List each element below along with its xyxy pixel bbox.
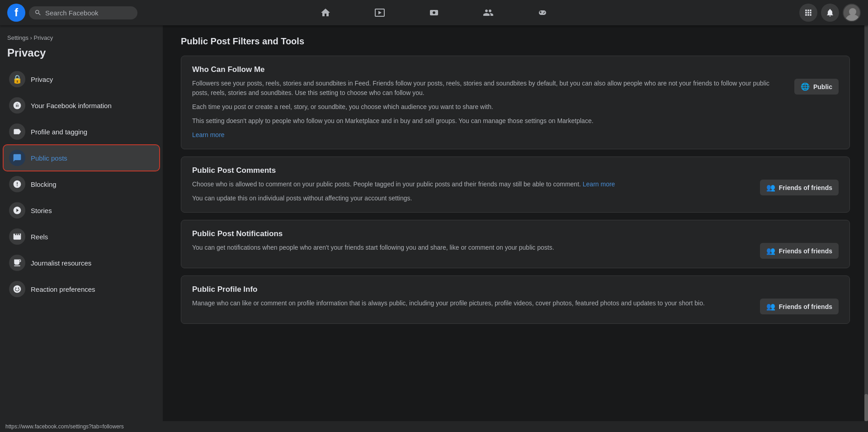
- public-posts-icon: [9, 150, 25, 166]
- globe-icon: 🌐: [801, 82, 810, 91]
- main-content: Public Post Filters and Tools Who Can Fo…: [163, 25, 868, 432]
- stories-icon: [9, 202, 25, 218]
- who-can-follow-text: Followers see your posts, reels, stories…: [192, 79, 783, 140]
- home-nav-button[interactable]: [300, 2, 351, 24]
- notifications-button[interactable]: [821, 4, 839, 22]
- public-post-comments-action-label: Friends of friends: [779, 184, 832, 191]
- home-icon: [320, 7, 331, 18]
- avatar-icon: [844, 5, 861, 22]
- scrollbar[interactable]: [864, 25, 868, 421]
- gaming-nav-button[interactable]: [517, 2, 568, 24]
- sidebar-item-journalist-resources[interactable]: Journalist resources: [4, 250, 159, 275]
- gaming-icon: [537, 7, 548, 18]
- facebook-logo[interactable]: f: [7, 4, 25, 22]
- breadcrumb-current: Privacy: [34, 34, 53, 41]
- sidebar-item-blocking[interactable]: Blocking: [4, 171, 159, 197]
- apps-button[interactable]: [799, 4, 817, 22]
- public-profile-info-action[interactable]: 👥 Friends of friends: [760, 299, 839, 314]
- lock-icon: 🔒: [9, 71, 25, 87]
- search-icon: [34, 9, 42, 16]
- sidebar-item-facebook-info[interactable]: Your Facebook information: [4, 93, 159, 118]
- sidebar-item-privacy-label: Privacy: [31, 76, 53, 83]
- tag-icon: [9, 123, 25, 140]
- sidebar-item-public-posts-label: Public posts: [31, 154, 67, 162]
- friends-icon: 👥: [766, 183, 775, 192]
- sidebar-item-profile-tagging-label: Profile and tagging: [31, 128, 87, 136]
- page-layout: Settings › Privacy Privacy 🔒 Privacy You…: [0, 25, 868, 432]
- reels-icon: [9, 228, 25, 245]
- profile-friends-icon: 👥: [766, 302, 775, 311]
- post-comments-learn-more[interactable]: Learn more: [583, 180, 615, 188]
- sidebar-item-stories-label: Stories: [31, 207, 52, 214]
- bell-icon: [826, 8, 835, 17]
- reaction-icon: [9, 281, 25, 297]
- svg-point-1: [849, 8, 856, 15]
- public-post-notifications-card: Public Post Notifications You can get no…: [181, 220, 850, 268]
- groups-icon: [483, 7, 494, 18]
- topnav-center: [161, 2, 707, 24]
- sidebar: Settings › Privacy Privacy 🔒 Privacy You…: [0, 25, 163, 432]
- avatar[interactable]: [843, 4, 861, 22]
- public-post-comments-action[interactable]: 👥 Friends of friends: [760, 180, 839, 195]
- video-icon: [374, 7, 385, 18]
- public-post-notifications-title: Public Post Notifications: [192, 229, 839, 238]
- public-post-comments-title: Public Post Comments: [192, 166, 839, 175]
- sidebar-item-reaction-preferences[interactable]: Reaction preferences: [4, 276, 159, 302]
- topnav-left: f: [7, 4, 161, 22]
- notifications-friends-icon: 👥: [766, 247, 775, 255]
- public-profile-info-title: Public Profile Info: [192, 285, 839, 294]
- marketplace-nav-button[interactable]: [409, 2, 459, 24]
- facebook-info-icon: [9, 97, 25, 114]
- sidebar-item-public-posts[interactable]: Public posts: [4, 145, 159, 171]
- groups-nav-button[interactable]: [463, 2, 514, 24]
- public-post-notifications-text: You can get notifications when people wh…: [192, 243, 749, 252]
- who-can-follow-card: Who Can Follow Me Followers see your pos…: [181, 56, 850, 149]
- who-can-follow-action-label: Public: [813, 83, 832, 90]
- breadcrumb: Settings › Privacy: [4, 33, 159, 45]
- public-profile-info-body: Manage who can like or comment on profil…: [192, 299, 839, 314]
- breadcrumb-settings[interactable]: Settings: [7, 34, 28, 41]
- sidebar-item-facebook-info-label: Your Facebook information: [31, 102, 112, 109]
- top-navigation: f: [0, 0, 868, 25]
- statusbar-url: https://www.facebook.com/settings?tab=fo…: [5, 423, 124, 430]
- sidebar-item-reels[interactable]: Reels: [4, 224, 159, 249]
- sidebar-item-reels-label: Reels: [31, 233, 48, 241]
- apps-icon: [804, 8, 813, 17]
- sidebar-item-privacy[interactable]: 🔒 Privacy: [4, 66, 159, 92]
- search-bar[interactable]: [29, 6, 137, 19]
- public-post-notifications-action-label: Friends of friends: [779, 247, 832, 255]
- topnav-right: [707, 4, 861, 22]
- public-post-comments-text: Choose who is allowed to comment on your…: [192, 180, 749, 203]
- who-can-follow-body: Followers see your posts, reels, stories…: [192, 79, 839, 140]
- public-post-notifications-body: You can get notifications when people wh…: [192, 243, 839, 259]
- blocking-icon: [9, 176, 25, 192]
- search-input[interactable]: [45, 9, 132, 17]
- scrollbar-thumb[interactable]: [864, 394, 868, 421]
- public-post-notifications-action[interactable]: 👥 Friends of friends: [760, 243, 839, 259]
- statusbar: https://www.facebook.com/settings?tab=fo…: [0, 421, 868, 432]
- who-can-follow-title: Who Can Follow Me: [192, 65, 839, 74]
- page-title: Public Post Filters and Tools: [181, 36, 850, 47]
- sidebar-item-reaction-preferences-label: Reaction preferences: [31, 285, 95, 293]
- journalist-icon: [9, 255, 25, 271]
- sidebar-item-stories[interactable]: Stories: [4, 198, 159, 223]
- who-can-follow-action[interactable]: 🌐 Public: [794, 79, 839, 95]
- who-can-follow-learn-more[interactable]: Learn more: [192, 131, 225, 138]
- public-profile-info-action-label: Friends of friends: [779, 303, 832, 310]
- public-post-comments-body: Choose who is allowed to comment on your…: [192, 180, 839, 203]
- sidebar-item-blocking-label: Blocking: [31, 180, 57, 188]
- marketplace-icon: [429, 7, 439, 18]
- sidebar-item-profile-tagging[interactable]: Profile and tagging: [4, 119, 159, 144]
- public-post-comments-card: Public Post Comments Choose who is allow…: [181, 157, 850, 213]
- video-nav-button[interactable]: [354, 2, 405, 24]
- sidebar-title: Privacy: [4, 45, 159, 66]
- public-profile-info-text: Manage who can like or comment on profil…: [192, 299, 749, 308]
- sidebar-item-journalist-resources-label: Journalist resources: [31, 259, 91, 267]
- public-profile-info-card: Public Profile Info Manage who can like …: [181, 275, 850, 324]
